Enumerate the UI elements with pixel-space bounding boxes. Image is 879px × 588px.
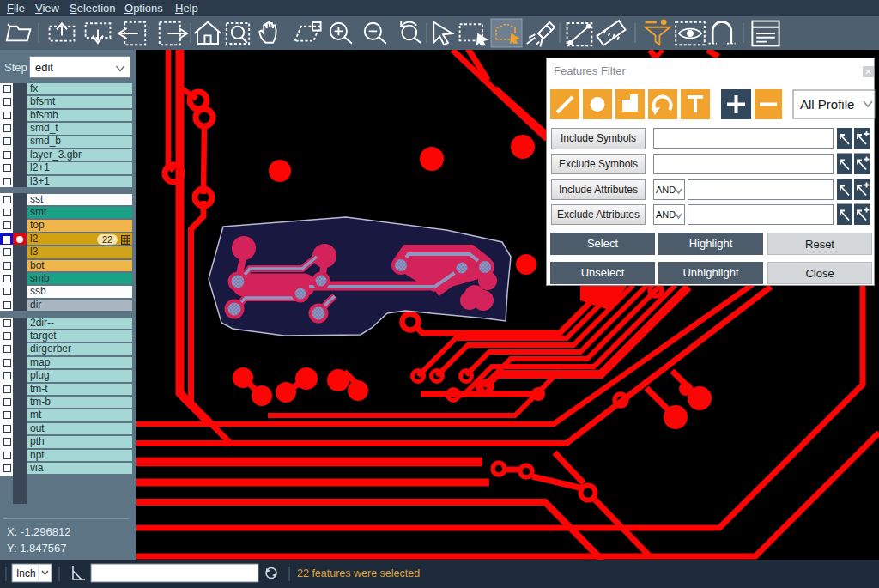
svg-text:22 features were selected: 22 features were selected <box>297 567 420 579</box>
svg-text:All Profile: All Profile <box>800 97 854 112</box>
svg-text:Inch: Inch <box>16 567 36 579</box>
